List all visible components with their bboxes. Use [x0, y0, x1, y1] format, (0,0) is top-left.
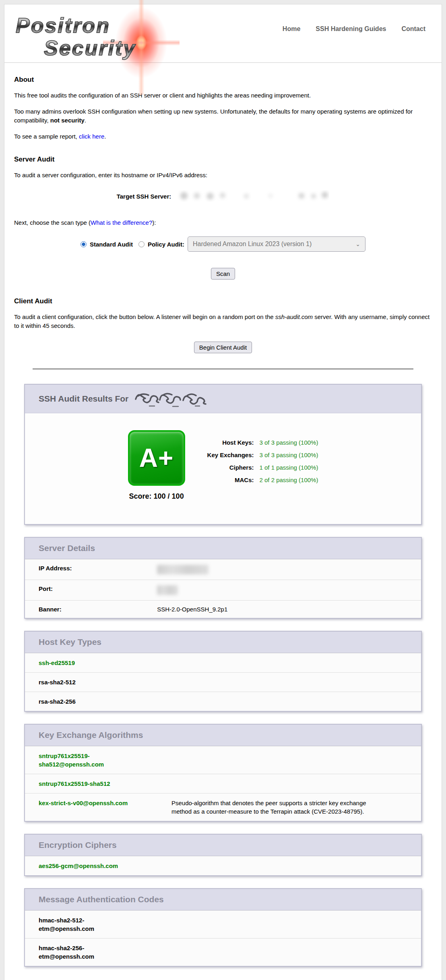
port-label: Port:: [39, 585, 155, 592]
grade-column: A+ Score: 100 / 100: [128, 430, 185, 501]
positron-security-logo[interactable]: Positron Security: [16, 13, 185, 62]
scan-button[interactable]: Scan: [211, 268, 235, 280]
host-key-types-panel: Host Key Types ssh-ed25519 rsa-sha2-512 …: [24, 631, 422, 712]
client-audit-button-row: Begin Client Audit: [12, 342, 434, 353]
table-row: IP Address:: [25, 559, 421, 580]
kex-algorithm-name: sntrup761x25519-sha512: [39, 779, 110, 788]
mac-name: hmac-sha2-256-etm@openssh.com: [39, 944, 130, 961]
results-summary-header: SSH Audit Results For: [25, 385, 421, 413]
sample-report-link[interactable]: click here: [79, 133, 104, 140]
table-row: ssh-ed25519: [25, 653, 421, 672]
host-key-name: rsa-sha2-256: [39, 697, 76, 706]
banner-label: Banner:: [39, 606, 155, 613]
main-nav: Home SSH Hardening Guides Contact: [283, 25, 425, 33]
about-paragraph-3: To see a sample report, click here.: [14, 132, 434, 141]
results-summary-body: A+ Score: 100 / 100 Host Keys: 3 of 3 pa…: [25, 413, 421, 524]
mac-name: hmac-sha2-512-etm@openssh.com: [39, 916, 130, 933]
scan-button-row: Scan: [12, 268, 434, 280]
key-exchange-header: Key Exchange Algorithms: [25, 725, 421, 746]
host-key-types-header: Host Key Types: [25, 632, 421, 653]
redacted-ip-address-value: [157, 565, 209, 574]
about-heading: About: [14, 76, 434, 84]
nav-link-ssh-hardening-guides[interactable]: SSH Hardening Guides: [316, 25, 386, 33]
kex-algorithm-note: Pseudo-algorithm that denotes the peer s…: [171, 799, 373, 816]
banner-value: SSH-2.0-OpenSSH_9.2p1: [157, 606, 227, 613]
stat-label-macs: MACs:: [207, 477, 254, 483]
stat-value-ciphers: 1 of 1 passing (100%): [259, 464, 318, 471]
grade-letter: A+: [139, 443, 174, 473]
client-audit-paragraph: To audit a client configuration, click t…: [14, 313, 434, 330]
table-row: rsa-sha2-256: [25, 692, 421, 711]
client-audit-heading: Client Audit: [14, 297, 434, 305]
results-summary-panel: SSH Audit Results For A+: [24, 384, 422, 525]
section-divider: [33, 369, 413, 369]
table-row: sntrup761x25519-sha512: [25, 774, 421, 793]
host-key-name: ssh-ed25519: [39, 659, 75, 667]
server-audit-intro: To audit a server configuration, enter i…: [14, 171, 434, 180]
logo-word-security: Security: [44, 36, 136, 60]
table-row: sntrup761x25519-sha512@openssh.com: [25, 746, 421, 774]
macs-header: Message Authentication Codes: [25, 889, 421, 910]
nav-link-contact[interactable]: Contact: [401, 25, 425, 33]
redacted-port-value: [157, 585, 178, 595]
server-details-header: Server Details: [25, 538, 421, 559]
results-title: SSH Audit Results For: [39, 394, 128, 404]
policy-audit-radio[interactable]: [138, 241, 145, 247]
begin-client-audit-button[interactable]: Begin Client Audit: [194, 342, 252, 353]
site-header: Positron Security Home SSH Hardening Gui…: [4, 4, 442, 63]
results-stats: Host Keys: 3 of 3 passing (100%) Key Exc…: [207, 439, 318, 483]
main-page-panel: Positron Security Home SSH Hardening Gui…: [4, 4, 442, 980]
table-row: Port:: [25, 580, 421, 600]
table-row: kex-strict-s-v00@openssh.com Pseudo-algo…: [25, 793, 421, 821]
policy-select[interactable]: Hardened Amazon Linux 2023 (version 1) ⌄: [188, 236, 365, 252]
stat-value-host-keys: 3 of 3 passing (100%): [259, 439, 318, 446]
server-audit-heading: Server Audit: [14, 155, 434, 164]
stat-label-host-keys: Host Keys:: [207, 439, 254, 446]
stat-value-macs: 2 of 2 passing (100%): [259, 477, 318, 483]
scan-type-difference-link[interactable]: What is the difference?: [91, 219, 152, 226]
nav-link-home[interactable]: Home: [283, 25, 300, 33]
policy-select-value: Hardened Amazon Linux 2023 (version 1): [193, 240, 312, 248]
target-ssh-server-input[interactable]: [174, 190, 329, 202]
target-ssh-server-label: Target SSH Server:: [117, 193, 171, 200]
ssh-audit-domain-italic: ssh-audit.com: [275, 313, 313, 320]
logo-word-positron: Positron: [16, 13, 110, 37]
chevron-down-icon: ⌄: [355, 242, 360, 246]
grade-badge: A+: [128, 430, 185, 486]
key-exchange-panel: Key Exchange Algorithms sntrup761x25519-…: [24, 724, 422, 822]
table-row: rsa-sha2-512: [25, 672, 421, 692]
scan-type-options-row: Standard Audit Policy Audit: Hardened Am…: [12, 236, 434, 252]
standard-audit-label[interactable]: Standard Audit: [90, 241, 133, 248]
not-security-bold: not security: [50, 117, 85, 124]
redacted-input-blur: [174, 190, 329, 202]
macs-panel: Message Authentication Codes hmac-sha2-5…: [24, 888, 422, 967]
score-text: Score: 100 / 100: [128, 492, 185, 501]
table-row: Banner: SSH-2.0-OpenSSH_9.2p1: [25, 600, 421, 618]
scan-type-text: Next, choose the scan type (What is the …: [14, 219, 434, 226]
policy-audit-label[interactable]: Policy Audit:: [148, 241, 184, 248]
redacted-hostname-scribble: [134, 390, 211, 407]
cipher-name: aes256-gcm@openssh.com: [39, 862, 118, 870]
standard-audit-radio[interactable]: [81, 241, 87, 247]
stat-label-ciphers: Ciphers:: [207, 464, 254, 471]
target-ssh-server-row: Target SSH Server:: [12, 190, 434, 202]
host-key-name: rsa-sha2-512: [39, 678, 76, 686]
stat-label-key-exchanges: Key Exchanges:: [207, 452, 254, 458]
table-row: aes256-gcm@openssh.com: [25, 856, 421, 875]
kex-algorithm-name: sntrup761x25519-sha512@openssh.com: [39, 752, 130, 769]
about-paragraph-2: Too many admins overlook SSH configurati…: [14, 107, 434, 125]
kex-algorithm-name: kex-strict-s-v00@openssh.com: [39, 799, 128, 807]
server-details-panel: Server Details IP Address: Port: Banner:…: [24, 537, 422, 619]
table-row: hmac-sha2-256-etm@openssh.com: [25, 938, 421, 966]
ip-address-label: IP Address:: [39, 565, 155, 572]
table-row: hmac-sha2-512-etm@openssh.com: [25, 910, 421, 938]
about-paragraph-1: This free tool audits the configuration …: [14, 91, 434, 100]
stat-value-key-exchanges: 3 of 3 passing (100%): [259, 452, 318, 458]
encryption-ciphers-header: Encryption Ciphers: [25, 835, 421, 856]
encryption-ciphers-panel: Encryption Ciphers aes256-gcm@openssh.co…: [24, 834, 422, 876]
